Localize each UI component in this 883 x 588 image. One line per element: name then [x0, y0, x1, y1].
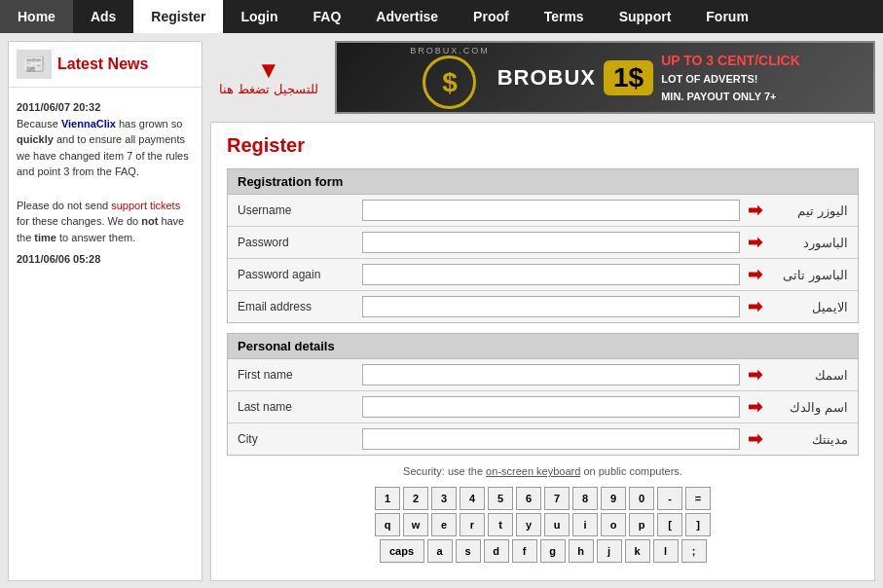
form-row-username: Username ➡ اليوزر تيم [228, 195, 858, 227]
personal-arabic-label-0: اسمك [770, 368, 848, 383]
nav-item-faq[interactable]: FAQ [296, 0, 359, 33]
arabic-label-1: الباسورد [770, 236, 848, 250]
sidebar-content[interactable]: 2011/06/07 20:32 Because ViennaClix has … [9, 88, 202, 302]
input-username[interactable] [362, 200, 740, 221]
key-[[interactable]: [ [657, 513, 682, 536]
key-g[interactable]: g [540, 539, 566, 563]
key-][interactable]: ] [685, 513, 711, 536]
personal-arrow-icon-0: ➡ [748, 364, 762, 386]
key-o[interactable]: o [601, 513, 626, 536]
key-w[interactable]: w [403, 513, 428, 536]
keyboard-row-1[interactable]: 1234567890-= [375, 487, 711, 510]
key-f[interactable]: f [512, 539, 537, 563]
label-0: Username [238, 203, 354, 217]
nav-item-proof[interactable]: Proof [456, 0, 527, 33]
news-text-1: Because ViennaClix has grown so quickly … [17, 116, 194, 180]
arrow-down-icon: ▼ [257, 58, 280, 82]
personal-arabic-label-2: مدينتك [770, 432, 848, 447]
key-=[interactable]: = [685, 487, 711, 510]
arabic-label-0: اليوزر تيم [770, 203, 848, 218]
label-2: Password again [238, 268, 354, 281]
personal-input-first-name[interactable] [362, 364, 740, 386]
banner-dollar-icon: $ [423, 55, 476, 109]
input-password-again[interactable] [362, 264, 740, 285]
news-date-2: 2011/06/06 05:28 [17, 251, 194, 268]
personal-row-city: City ➡ مدينتك [228, 423, 858, 455]
key-8[interactable]: 8 [572, 487, 598, 510]
key-s[interactable]: s [456, 539, 481, 563]
main-form-rows: Username ➡ اليوزر تيم Password ➡ الباسور… [228, 195, 858, 322]
banner-logo: BROBUX [497, 65, 596, 91]
arrow-icon-3: ➡ [748, 296, 762, 317]
personal-arabic-label-1: اسم والدك [770, 400, 848, 415]
key-t[interactable]: t [488, 513, 513, 536]
banner-inner: BROBUX.COM $ BROBUX 1$ UP TO 3 CENT/CLIC… [410, 46, 800, 109]
nav-item-terms[interactable]: Terms [527, 0, 602, 33]
banner-tag1: UP TO 3 CENT/CLICK [661, 53, 800, 68]
form-row-email-address: Email address ➡ الايميل [228, 291, 858, 322]
input-email-address[interactable] [362, 296, 740, 317]
nav-item-forum[interactable]: Forum [688, 0, 766, 33]
key-2[interactable]: 2 [403, 487, 428, 510]
key-y[interactable]: y [516, 513, 541, 536]
nav-item-ads[interactable]: Ads [73, 0, 133, 33]
key-7[interactable]: 7 [544, 487, 570, 510]
sidebar-title: Latest News [57, 55, 148, 73]
form-row-password-again: Password again ➡ الباسور تاتى [228, 259, 858, 291]
form-row-password: Password ➡ الباسورد [228, 227, 858, 259]
personal-arrow-icon-1: ➡ [748, 396, 762, 418]
arabic-label-2: الباسور تاتى [770, 268, 848, 282]
key-i[interactable]: i [572, 513, 598, 536]
register-area: Register Registration form Username ➡ ال… [210, 122, 875, 581]
banner-price: 1$ [604, 60, 653, 95]
key-u[interactable]: u [544, 513, 570, 536]
key-3[interactable]: 3 [431, 487, 457, 510]
key-h[interactable]: h [569, 539, 594, 563]
banner-tag3: MIN. PAYOUT ONLY 7+ [661, 89, 800, 106]
label-1: Password [238, 236, 354, 249]
register-hint: للتسجيل تضغط هنا [219, 82, 317, 96]
key-a[interactable]: a [427, 539, 453, 563]
key-0[interactable]: 0 [629, 487, 654, 510]
key-r[interactable]: r [460, 513, 485, 536]
key-;[interactable]: ; [681, 539, 707, 563]
arrow-icon-2: ➡ [748, 264, 762, 285]
key-6[interactable]: 6 [516, 487, 541, 510]
key-4[interactable]: 4 [460, 487, 485, 510]
key-j[interactable]: j [597, 539, 622, 563]
key-e[interactable]: e [431, 513, 457, 536]
nav-item-login[interactable]: Login [223, 0, 295, 33]
key-p[interactable]: p [629, 513, 654, 536]
nav-item-advertise[interactable]: Advertise [358, 0, 456, 33]
key-k[interactable]: k [625, 539, 650, 563]
arrow-icon-1: ➡ [748, 232, 762, 253]
form-section-header: Registration form [228, 169, 858, 195]
personal-input-city[interactable] [362, 428, 740, 450]
register-title: Register [227, 134, 859, 157]
banner-tag2: LOT OF ADVERTS! [661, 71, 800, 89]
banner-taglines: UP TO 3 CENT/CLICK LOT OF ADVERTS! MIN. … [661, 50, 800, 106]
navigation: HomeAdsRegisterLoginFAQAdvertiseProofTer… [0, 0, 883, 33]
key-q[interactable]: q [375, 513, 400, 536]
main-wrapper: 📰 Latest News 2011/06/07 20:32 Because V… [0, 33, 883, 588]
key--[interactable]: - [657, 487, 682, 510]
banner[interactable]: BROBUX.COM $ BROBUX 1$ UP TO 3 CENT/CLIC… [335, 41, 875, 114]
personal-row-last-name: Last name ➡ اسم والدك [228, 391, 858, 423]
nav-item-register[interactable]: Register [133, 0, 223, 33]
personal-label-0: First name [238, 368, 354, 382]
keyboard-row-3[interactable]: capsasdfghjkl; [380, 539, 707, 563]
key-caps[interactable]: caps [380, 539, 424, 563]
nav-item-support[interactable]: Support [602, 0, 689, 33]
personal-form-rows: First name ➡ اسمك Last name ➡ اسم والدك … [228, 359, 858, 455]
news-date-1: 2011/06/07 20:32 [17, 99, 194, 116]
keyboard-row-2[interactable]: qwertyuiop[] [375, 513, 711, 536]
key-9[interactable]: 9 [601, 487, 626, 510]
personal-input-last-name[interactable] [362, 396, 740, 418]
key-d[interactable]: d [484, 539, 509, 563]
input-password[interactable] [362, 232, 740, 253]
key-1[interactable]: 1 [375, 487, 400, 510]
nav-item-home[interactable]: Home [0, 0, 73, 33]
key-5[interactable]: 5 [488, 487, 513, 510]
keyboard[interactable]: 1234567890-= qwertyuiop[] capsasdfghjkl; [227, 481, 859, 569]
key-l[interactable]: l [653, 539, 679, 563]
